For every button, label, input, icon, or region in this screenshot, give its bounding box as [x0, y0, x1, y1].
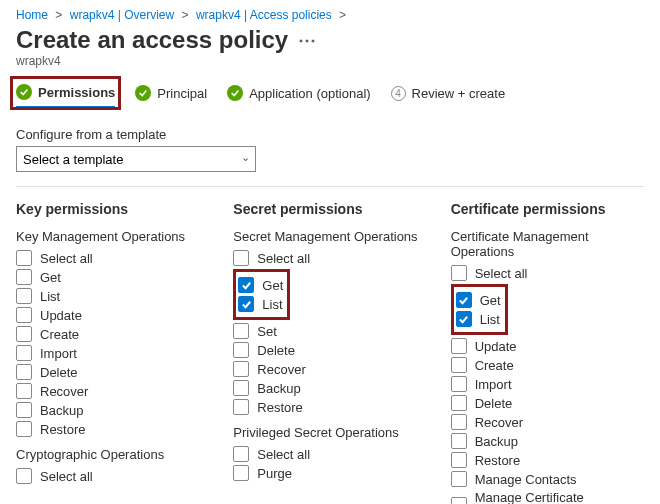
permission-row[interactable]: Recover — [451, 414, 644, 430]
checkbox-label: Backup — [40, 403, 83, 418]
permission-row[interactable]: Restore — [16, 421, 209, 437]
chevron-right-icon: > — [55, 8, 62, 22]
select-all-row[interactable]: Select all — [451, 265, 644, 281]
checkbox[interactable] — [16, 364, 32, 380]
checkbox[interactable] — [233, 342, 249, 358]
chevron-right-icon: > — [339, 8, 346, 22]
permission-group-label: Cryptographic Operations — [16, 447, 209, 462]
checkbox[interactable] — [451, 395, 467, 411]
checkbox[interactable] — [456, 311, 472, 327]
checkbox[interactable] — [451, 376, 467, 392]
page-subtitle: wrapkv4 — [16, 54, 644, 68]
checkbox-label: Purge — [257, 466, 292, 481]
checkbox-label: Manage Contacts — [475, 472, 577, 487]
checkbox[interactable] — [16, 421, 32, 437]
permission-row[interactable]: Import — [451, 376, 644, 392]
select-all-row[interactable]: Select all — [16, 468, 209, 484]
checkbox[interactable] — [451, 338, 467, 354]
select-all-row[interactable]: Select all — [233, 250, 426, 266]
permission-group-label: Secret Management Operations — [233, 229, 426, 244]
permission-row[interactable]: List — [456, 311, 501, 327]
checkbox-label: Recover — [40, 384, 88, 399]
permission-row[interactable]: Recover — [16, 383, 209, 399]
permission-row[interactable]: Create — [16, 326, 209, 342]
checkbox[interactable] — [233, 323, 249, 339]
checkbox[interactable] — [16, 326, 32, 342]
permission-row[interactable]: Backup — [233, 380, 426, 396]
permission-row[interactable]: Manage Contacts — [451, 471, 644, 487]
step-review-create[interactable]: 4 Review + create — [391, 86, 506, 107]
step-application[interactable]: Application (optional) — [227, 85, 370, 107]
permission-row[interactable]: List — [238, 296, 283, 312]
permission-row[interactable]: Recover — [233, 361, 426, 377]
permission-row[interactable]: List — [16, 288, 209, 304]
checkbox-label: List — [262, 297, 282, 312]
breadcrumb-link[interactable]: wrapkv4 | Access policies — [196, 8, 332, 22]
permission-row[interactable]: Delete — [233, 342, 426, 358]
check-icon — [227, 85, 243, 101]
checkbox[interactable] — [16, 468, 32, 484]
permission-row[interactable]: Delete — [451, 395, 644, 411]
more-icon[interactable]: ⋯ — [298, 31, 316, 49]
checkbox[interactable] — [16, 383, 32, 399]
page-title: Create an access policy ⋯ — [16, 26, 644, 54]
checkbox[interactable] — [233, 250, 249, 266]
check-icon — [135, 85, 151, 101]
permission-row[interactable]: Restore — [451, 452, 644, 468]
breadcrumb-link[interactable]: Home — [16, 8, 48, 22]
stepper: Permissions Principal Application (optio… — [16, 84, 644, 109]
checkbox[interactable] — [233, 399, 249, 415]
checkbox[interactable] — [451, 433, 467, 449]
step-permissions[interactable]: Permissions — [16, 84, 115, 108]
permission-row[interactable]: Manage Certificate Authorities — [451, 490, 644, 504]
permission-row[interactable]: Purge — [233, 465, 426, 481]
checkbox[interactable] — [233, 380, 249, 396]
checkbox[interactable] — [16, 402, 32, 418]
checkbox-label: Delete — [40, 365, 78, 380]
checkbox[interactable] — [16, 269, 32, 285]
checkbox[interactable] — [451, 471, 467, 487]
checkbox[interactable] — [451, 265, 467, 281]
checkbox[interactable] — [456, 292, 472, 308]
checkbox[interactable] — [233, 446, 249, 462]
permission-group-label: Privileged Secret Operations — [233, 425, 426, 440]
checkbox[interactable] — [16, 307, 32, 323]
checkbox-label: List — [480, 312, 500, 327]
checkbox[interactable] — [16, 345, 32, 361]
checkbox-label: Select all — [257, 251, 310, 266]
step-number-icon: 4 — [391, 86, 406, 101]
permission-row[interactable]: Backup — [451, 433, 644, 449]
checkbox[interactable] — [16, 288, 32, 304]
permission-row[interactable]: Update — [451, 338, 644, 354]
permission-row[interactable]: Get — [238, 277, 283, 293]
checkbox[interactable] — [451, 452, 467, 468]
permission-row[interactable]: Update — [16, 307, 209, 323]
select-all-row[interactable]: Select all — [233, 446, 426, 462]
permission-row[interactable]: Import — [16, 345, 209, 361]
secret-permissions-column: Secret permissionsSecret Management Oper… — [233, 201, 426, 504]
checkbox[interactable] — [16, 250, 32, 266]
permission-row[interactable]: Backup — [16, 402, 209, 418]
checkbox[interactable] — [233, 361, 249, 377]
checkbox-label: Update — [475, 339, 517, 354]
permission-row[interactable]: Get — [456, 292, 501, 308]
checkbox[interactable] — [238, 277, 254, 293]
select-all-row[interactable]: Select all — [16, 250, 209, 266]
step-principal[interactable]: Principal — [135, 85, 207, 107]
checkbox[interactable] — [451, 357, 467, 373]
permission-row[interactable]: Delete — [16, 364, 209, 380]
permission-row[interactable]: Create — [451, 357, 644, 373]
template-select[interactable]: Select a template — [16, 146, 256, 172]
checkbox-label: Recover — [475, 415, 523, 430]
checkbox[interactable] — [451, 497, 467, 504]
checkbox-label: Delete — [257, 343, 295, 358]
key-permissions-column: Key permissionsKey Management Operations… — [16, 201, 209, 504]
permission-row[interactable]: Get — [16, 269, 209, 285]
checkbox[interactable] — [451, 414, 467, 430]
checkbox[interactable] — [233, 465, 249, 481]
checkbox-label: Create — [40, 327, 79, 342]
checkbox[interactable] — [238, 296, 254, 312]
permission-row[interactable]: Set — [233, 323, 426, 339]
breadcrumb-link[interactable]: wrapkv4 | Overview — [70, 8, 174, 22]
permission-row[interactable]: Restore — [233, 399, 426, 415]
